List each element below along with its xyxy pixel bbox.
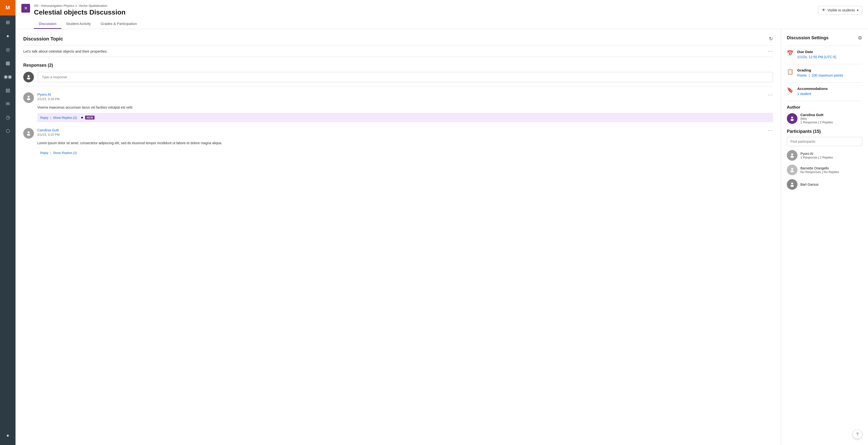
author-row: Carolina Gutt (Me) 1 Response | 2 Replie…: [787, 113, 862, 124]
profile-icon[interactable]: ●: [2, 429, 13, 441]
post-2-meta: Carolina Gutt 2/1/23, 3:15 PM: [37, 128, 765, 137]
courses-icon[interactable]: ⊞: [2, 17, 13, 28]
post-1-reply-link[interactable]: Reply: [40, 116, 48, 119]
svg-point-5: [27, 134, 30, 136]
sidebar: M ⊞ ● ◎ ▦ ◉◉ ▤ ✉ ◷ ⬡ ●: [0, 0, 16, 445]
post-2: Carolina Gutt 2/1/23, 3:15 PM ··· Lorem …: [23, 128, 773, 157]
author-info: Carolina Gutt (Me) 1 Response | 2 Replie…: [800, 113, 833, 124]
find-participants-input[interactable]: [787, 137, 862, 146]
dashboard-icon[interactable]: ▦: [2, 57, 13, 69]
breadcrumb: VD - Astronavigation Physics 1: Vector S…: [34, 4, 862, 7]
post-2-actions: Reply | Show Replies (2): [37, 149, 773, 157]
post-2-author[interactable]: Carolina Gutt: [37, 128, 59, 132]
topic-body: Let's talk about celestial objects and t…: [23, 46, 773, 57]
help-button[interactable]: ?: [852, 429, 862, 439]
participant-2-stats: No Responses | No Replies: [800, 170, 839, 174]
participant-3-avatar: [787, 179, 798, 190]
tab-student-activity[interactable]: Student Activity: [61, 19, 96, 29]
post-1-show-replies-link[interactable]: Show Replies (2): [53, 116, 77, 119]
post-1-body: Viverra maecenas accumsan lacus vel faci…: [37, 105, 773, 110]
commons-icon[interactable]: ⬡: [2, 125, 13, 137]
post-1-time: 2/1/23, 3:16 PM: [37, 97, 765, 101]
eye-icon: 👁: [822, 8, 826, 12]
account-icon[interactable]: ●: [2, 30, 13, 42]
visibility-label: Visible to students: [828, 8, 855, 12]
due-date-value[interactable]: 1/1/24, 12:55 PM (UTC-5): [797, 55, 836, 59]
participant-1-name: Pyoro AI: [800, 152, 833, 156]
page-header: ✕ VD - Astronavigation Physics 1: Vector…: [16, 0, 868, 29]
svg-point-12: [791, 182, 793, 184]
response-input-row: [23, 72, 773, 87]
accommodations-item: 🔖 Accommodations 1 student: [787, 87, 862, 96]
author-sub: (Me): [800, 117, 833, 120]
accommodations-icon: 🔖: [787, 87, 794, 93]
grading-points-link[interactable]: Points: [797, 73, 807, 77]
tabs: Discussion Student Activity Grades & Par…: [34, 19, 862, 29]
post-1: Pyoro AI 2/1/23, 3:16 PM ··· Viverra mae…: [23, 92, 773, 122]
accommodations-label: Accommodations: [797, 87, 828, 91]
post-1-new-badge: NEW: [85, 116, 94, 119]
visibility-button[interactable]: 👁 Visible to students ▾: [818, 6, 862, 14]
svg-point-13: [790, 185, 794, 187]
gear-button[interactable]: ⚙: [858, 35, 862, 41]
grading-values: Points | 100 maximum points: [797, 73, 843, 78]
settings-divider-3: [787, 82, 862, 83]
post-2-header: Carolina Gutt 2/1/23, 3:15 PM ···: [23, 128, 773, 139]
globe-icon[interactable]: ◎: [2, 43, 13, 55]
post-1-author[interactable]: Pyoro AI: [37, 92, 51, 96]
svg-point-1: [27, 78, 30, 80]
svg-point-3: [27, 98, 30, 100]
right-panel: Discussion Settings ⚙ 📅 Due Date 1/1/24,…: [781, 29, 868, 445]
author-stats: 1 Response | 2 Replies: [800, 120, 833, 124]
svg-point-4: [28, 131, 30, 133]
refresh-button[interactable]: ↻: [769, 36, 773, 42]
accommodations-content: Accommodations 1 student: [797, 87, 828, 96]
main-container: ✕ VD - Astronavigation Physics 1: Vector…: [16, 0, 868, 445]
clock-icon[interactable]: ◷: [2, 112, 13, 123]
author-section-label: Author: [787, 105, 862, 110]
participant-row-1: Pyoro AI 1 Response | 2 Replies: [787, 150, 862, 161]
tab-discussion[interactable]: Discussion: [34, 19, 61, 29]
grading-content: Grading Points | 100 maximum points: [797, 68, 843, 78]
discussion-topic-title: Discussion Topic: [23, 36, 63, 42]
sidebar-logo[interactable]: M: [0, 0, 16, 16]
post-1-actions: Reply | Show Replies (2) ● NEW: [37, 113, 773, 122]
svg-point-0: [28, 75, 30, 77]
tab-grades-participation[interactable]: Grades & Participation: [96, 19, 142, 29]
grading-max-points-link[interactable]: 100 maximum points: [811, 73, 843, 77]
post-2-time: 2/1/23, 3:15 PM: [37, 133, 765, 137]
discussion-topic-header: Discussion Topic ↻: [23, 36, 773, 42]
participant-2-name: Barnette Orangello: [800, 166, 839, 170]
groups-icon[interactable]: ◉◉: [2, 71, 13, 82]
grading-icon: 📋: [787, 68, 794, 75]
post-1-more-button[interactable]: ···: [768, 92, 773, 97]
settings-divider-4: [787, 101, 862, 101]
close-button[interactable]: ✕: [21, 4, 30, 12]
due-date-item: 📅 Due Date 1/1/24, 12:55 PM (UTC-5): [787, 50, 862, 59]
accommodations-value[interactable]: 1 student: [797, 92, 811, 96]
inbox-icon[interactable]: ✉: [2, 98, 13, 110]
participant-row-2: Barnette Orangello No Responses | No Rep…: [787, 165, 862, 175]
post-1-meta: Pyoro AI 2/1/23, 3:16 PM: [37, 92, 765, 101]
topic-body-text: Let's talk about celestial objects and t…: [23, 49, 107, 53]
topic-more-button[interactable]: ···: [768, 49, 773, 54]
response-input[interactable]: [38, 72, 773, 82]
svg-point-11: [790, 170, 794, 172]
discussion-main: Discussion Topic ↻ Let's talk about cele…: [16, 29, 781, 445]
grading-item: 📋 Grading Points | 100 maximum points: [787, 68, 862, 78]
svg-point-2: [28, 96, 30, 98]
calendar-icon[interactable]: ▤: [2, 84, 13, 96]
participant-3-info: Bart Garsus: [800, 182, 818, 186]
post-2-more-button[interactable]: ···: [768, 128, 773, 133]
settings-divider-1: [787, 46, 862, 46]
participant-3-name: Bart Garsus: [800, 182, 818, 186]
header-content: VD - Astronavigation Physics 1: Vector S…: [34, 4, 862, 16]
post-2-show-replies-link[interactable]: Show Replies (2): [53, 151, 77, 155]
author-avatar: [787, 113, 798, 124]
page-title: Celestial objects Discussion: [34, 8, 862, 16]
author-name: Carolina Gutt: [800, 113, 833, 117]
post-2-reply-link[interactable]: Reply: [40, 151, 48, 155]
post-2-avatar: [23, 128, 34, 139]
settings-divider-2: [787, 64, 862, 64]
participant-1-stats: 1 Response | 2 Replies: [800, 156, 833, 159]
